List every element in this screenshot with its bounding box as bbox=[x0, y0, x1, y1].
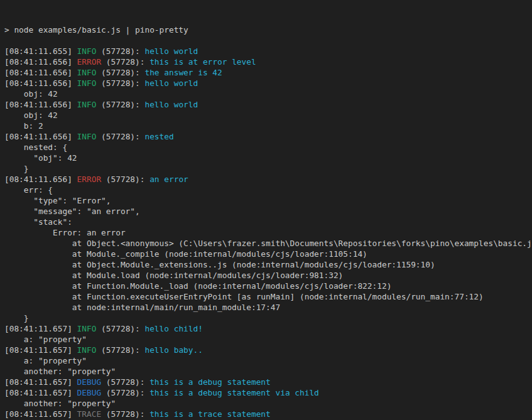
log-text: obj: 42 bbox=[4, 110, 58, 120]
property-line: err: { bbox=[4, 185, 532, 195]
log-level-info: INFO bbox=[77, 68, 97, 77]
property-line: } bbox=[4, 163, 532, 174]
property-line: } bbox=[4, 313, 532, 323]
log-line: [08:41:11.656] ERROR (57728): an error bbox=[4, 174, 532, 185]
log-message: hello world bbox=[144, 78, 198, 88]
log-text: (57728): bbox=[96, 68, 144, 77]
property-line: "message": "an error", bbox=[4, 206, 532, 217]
log-text: [08:41:11.657] bbox=[4, 377, 77, 387]
log-text: (57728): bbox=[101, 377, 149, 387]
log-line: [08:41:11.657] TRACE (57728): this is a … bbox=[4, 409, 532, 419]
log-line: [08:41:11.656] INFO (57728): nested bbox=[4, 131, 532, 142]
stack-line: Error: an error bbox=[4, 227, 532, 238]
property-line: nested: { bbox=[4, 142, 532, 153]
log-line: [08:41:11.656] INFO (57728): hello world bbox=[4, 78, 532, 89]
log-line: [08:41:11.656] INFO (57728): the answer … bbox=[4, 67, 532, 78]
log-message: this is at error level bbox=[149, 57, 256, 67]
property-line: obj: 42 bbox=[4, 89, 532, 99]
log-text: err: { bbox=[4, 185, 53, 195]
log-level-info: INFO bbox=[77, 324, 97, 333]
property-line: another: "property" bbox=[4, 366, 532, 377]
log-text: [08:41:11.657] bbox=[4, 345, 77, 355]
log-text: [08:41:11.656] bbox=[4, 57, 77, 67]
log-text: (57728): bbox=[101, 409, 149, 419]
log-text: at Object.Module._extensions..js (node:i… bbox=[4, 260, 435, 269]
log-level-debug: DEBUG bbox=[77, 388, 102, 397]
log-line: [08:41:11.657] INFO (57728): hello child… bbox=[4, 323, 532, 334]
stack-line: at Module.load (node:internal/modules/cj… bbox=[4, 270, 532, 281]
log-text: b: 2 bbox=[4, 121, 43, 131]
log-text: another: "property" bbox=[4, 399, 116, 408]
log-message: this is a debug statement via child bbox=[149, 388, 319, 397]
log-message: this is a trace statement bbox=[149, 409, 271, 419]
stack-line: at Module._compile (node:internal/module… bbox=[4, 249, 532, 259]
log-text: [08:41:11.656] bbox=[4, 100, 77, 109]
stack-line: at Function.Module._load (node:internal/… bbox=[4, 281, 532, 291]
stack-line: at Function.executeUserEntryPoint [as ru… bbox=[4, 291, 532, 302]
log-text: [08:41:11.655] bbox=[4, 46, 77, 56]
log-text: at Module.load (node:internal/modules/cj… bbox=[4, 271, 343, 280]
log-level-info: INFO bbox=[77, 100, 97, 109]
log-text: (57728): bbox=[96, 345, 144, 355]
log-text: "obj": 42 bbox=[4, 153, 77, 163]
log-level-debug: DEBUG bbox=[77, 377, 102, 387]
terminal-output: > node examples/basic.js | pino-pretty [… bbox=[4, 24, 532, 420]
property-line: "obj": 42 bbox=[4, 153, 532, 163]
log-message: nested bbox=[144, 132, 173, 141]
log-level-info: INFO bbox=[77, 132, 97, 141]
log-level-error: ERROR bbox=[77, 175, 102, 184]
property-line: "type": "Error", bbox=[4, 195, 532, 206]
log-text: at Function.executeUserEntryPoint [as ru… bbox=[4, 292, 484, 301]
log-text: at Module._compile (node:internal/module… bbox=[4, 249, 367, 259]
log-text: (57728): bbox=[96, 324, 144, 333]
log-text: (57728): bbox=[96, 132, 144, 141]
property-line: obj: 42 bbox=[4, 110, 532, 121]
log-text: (57728): bbox=[96, 100, 144, 109]
log-text: "stack": bbox=[4, 217, 72, 227]
log-message: hello child! bbox=[144, 324, 202, 333]
log-text: (57728): bbox=[96, 46, 144, 56]
log-text: a: "property" bbox=[4, 335, 87, 344]
log-level-trace: TRACE bbox=[77, 409, 102, 419]
property-line: another: "property" bbox=[4, 398, 532, 409]
log-line: [08:41:11.655] INFO (57728): hello world bbox=[4, 46, 532, 57]
log-line: [08:41:11.657] DEBUG (57728): this is a … bbox=[4, 387, 532, 398]
log-message: an error bbox=[149, 175, 188, 184]
log-level-info: INFO bbox=[77, 78, 97, 88]
stack-line: at node:internal/main/run_main_module:17… bbox=[4, 302, 532, 313]
log-level-error: ERROR bbox=[77, 57, 102, 67]
log-message: hello world bbox=[144, 46, 198, 56]
log-line: [08:41:11.656] ERROR (57728): this is at… bbox=[4, 57, 532, 67]
log-text: (57728): bbox=[96, 78, 144, 88]
log-level-info: INFO bbox=[77, 345, 97, 355]
log-message: the answer is 42 bbox=[144, 68, 222, 77]
log-line: [08:41:11.657] INFO (57728): hello baby.… bbox=[4, 345, 532, 355]
log-text: } bbox=[4, 164, 29, 173]
log-text: at Function.Module._load (node:internal/… bbox=[4, 281, 391, 291]
log-text: nested: { bbox=[4, 143, 67, 152]
property-line: a: "property" bbox=[4, 355, 532, 366]
log-line: [08:41:11.656] INFO (57728): hello world bbox=[4, 99, 532, 110]
log-text: another: "property" bbox=[4, 367, 116, 376]
terminal: > node examples/basic.js | pino-pretty [… bbox=[0, 0, 532, 420]
log-text: "message": "an error", bbox=[4, 207, 140, 216]
stack-line: at Object.Module._extensions..js (node:i… bbox=[4, 259, 532, 270]
log-text: > node examples/basic.js | pino-pretty bbox=[4, 25, 188, 35]
log-text: [08:41:11.656] bbox=[4, 132, 77, 141]
log-text: (57728): bbox=[101, 57, 149, 67]
log-text: } bbox=[4, 313, 29, 323]
log-text: [08:41:11.657] bbox=[4, 409, 77, 419]
log-text: (57728): bbox=[101, 175, 149, 184]
log-line: [08:41:11.657] DEBUG (57728): this is a … bbox=[4, 377, 532, 387]
command-line: > node examples/basic.js | pino-pretty bbox=[4, 24, 532, 35]
log-text: obj: 42 bbox=[4, 89, 58, 99]
log-text: [08:41:11.657] bbox=[4, 388, 77, 397]
log-text: "type": "Error", bbox=[4, 196, 111, 205]
property-line: a: "property" bbox=[4, 334, 532, 345]
stack-line: at Object.<anonymous> (C:\Users\frazer.s… bbox=[4, 238, 532, 249]
log-text: a: "property" bbox=[4, 356, 87, 365]
log-text: Error: an error bbox=[4, 228, 126, 237]
log-text: at Object.<anonymous> (C:\Users\frazer.s… bbox=[4, 239, 532, 248]
log-text: [08:41:11.656] bbox=[4, 68, 77, 77]
blank-line bbox=[4, 35, 532, 46]
